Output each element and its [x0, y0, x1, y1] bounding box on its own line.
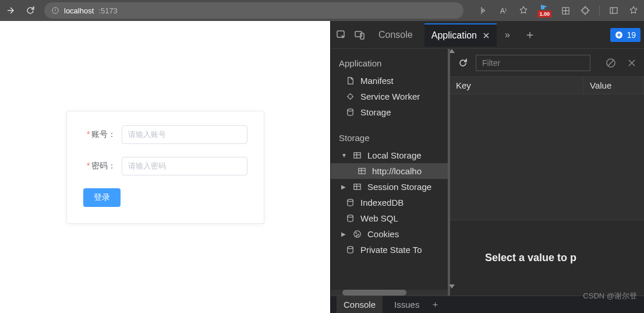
browser-toolbar: localhost:5173 A⁾ 1.00: [0, 0, 644, 21]
sidebar-item-cookies[interactable]: ▶Cookies: [331, 226, 448, 242]
svg-point-9: [348, 109, 353, 111]
chevron-down-icon[interactable]: ▼: [341, 152, 347, 159]
svg-text:A⁾: A⁾: [500, 7, 507, 15]
watermark-text: CSDN @谢尔登: [583, 291, 637, 301]
password-label: *密码：: [83, 161, 116, 171]
svg-point-15: [354, 231, 360, 237]
svg-rect-6: [360, 33, 364, 39]
sync-icon[interactable]: [478, 5, 490, 16]
svg-point-13: [348, 199, 353, 202]
login-card: *账号： *密码： 登录: [66, 111, 264, 224]
sidebar-item-websql[interactable]: Web SQL: [331, 210, 448, 226]
drawer-tab-issues[interactable]: Issues: [394, 300, 419, 310]
svg-point-16: [356, 233, 357, 234]
svg-point-14: [348, 215, 353, 217]
tab-application[interactable]: Application: [424, 23, 497, 47]
more-tabs-chevron-icon[interactable]: »: [501, 30, 514, 40]
storage-content-panel: Key Value Select a value to p: [450, 49, 644, 296]
sidebar-item-local-storage[interactable]: ▼Local Storage: [331, 147, 448, 163]
inspect-element-icon[interactable]: [334, 28, 348, 42]
chevron-right-icon[interactable]: ▶: [341, 184, 347, 190]
refresh-storage-icon[interactable]: [456, 56, 470, 70]
column-value[interactable]: Value: [584, 77, 644, 94]
sidebar-section-storage: Storage: [331, 131, 448, 147]
url-port: :5173: [98, 6, 118, 15]
splitter-collapse-down-icon[interactable]: [449, 284, 455, 289]
drawer-tab-console[interactable]: Console: [337, 296, 383, 313]
storage-preview-pane: Select a value to p: [450, 220, 644, 296]
issues-badge[interactable]: 19: [610, 28, 641, 42]
read-aloud-icon[interactable]: A⁾: [498, 5, 509, 16]
sidebar-item-service-workers[interactable]: Service Worker: [331, 89, 448, 104]
sidebar-section-application: Application: [331, 56, 448, 73]
flag-badge-icon[interactable]: 1.00: [537, 4, 551, 17]
svg-rect-10: [354, 153, 360, 158]
sidebar-scrollbar-horizontal[interactable]: [331, 290, 448, 296]
svg-point-18: [356, 235, 358, 236]
extensions-puzzle-icon[interactable]: [579, 5, 591, 16]
delete-selected-icon[interactable]: [625, 57, 638, 69]
account-input[interactable]: [122, 125, 247, 144]
extension-grid-icon[interactable]: [560, 5, 571, 16]
favorite-star-icon[interactable]: [518, 5, 529, 16]
column-key[interactable]: Key: [450, 77, 584, 94]
sidebar-item-indexeddb[interactable]: IndexedDB: [331, 195, 448, 210]
page-viewport: *账号： *密码： 登录: [0, 21, 330, 313]
badge-value: 1.00: [537, 10, 551, 17]
login-button[interactable]: 登录: [83, 188, 121, 207]
svg-point-8: [348, 94, 353, 99]
filter-input[interactable]: [476, 55, 590, 71]
toolbar-divider: [599, 5, 600, 16]
sidebar-item-session-storage[interactable]: ▶Session Storage: [331, 179, 448, 195]
svg-rect-3: [610, 8, 617, 13]
svg-point-17: [358, 234, 359, 235]
clear-all-icon[interactable]: [604, 57, 617, 69]
sidebar-item-storage-overview[interactable]: Storage: [331, 104, 448, 120]
device-toggle-icon[interactable]: [353, 28, 367, 42]
chevron-right-icon[interactable]: ▶: [341, 231, 347, 237]
drawer-add-tab-icon[interactable]: ＋: [431, 299, 440, 310]
collections-icon[interactable]: [628, 5, 639, 16]
tab-console[interactable]: Console: [371, 23, 420, 47]
svg-rect-12: [354, 184, 360, 189]
application-sidebar[interactable]: Application Manifest Service Worker Stor…: [331, 49, 450, 296]
password-input[interactable]: [122, 157, 247, 175]
refresh-button[interactable]: [24, 5, 36, 16]
address-bar[interactable]: localhost:5173: [44, 2, 463, 19]
sidebar-item-local-storage-origin[interactable]: http://localho: [331, 163, 448, 179]
sidebar-panel-icon[interactable]: [608, 5, 620, 16]
storage-table-header: Key Value: [450, 77, 644, 94]
svg-point-19: [348, 247, 353, 249]
storage-toolbar: [450, 49, 644, 77]
sidebar-item-private-state-tokens[interactable]: Private State To: [331, 242, 448, 258]
sidebar-item-manifest[interactable]: Manifest: [331, 73, 448, 89]
add-tab-icon[interactable]: ＋: [518, 27, 542, 43]
devtools-panel: Console Application » ＋ 19 Application M…: [330, 21, 644, 313]
svg-rect-11: [359, 168, 365, 174]
forward-button[interactable]: [5, 5, 16, 16]
account-label: *账号：: [83, 129, 116, 140]
devtools-tabstrip: Console Application » ＋ 19: [331, 21, 644, 49]
url-host: localhost: [64, 6, 94, 15]
close-icon[interactable]: [483, 32, 490, 39]
storage-table-body[interactable]: [450, 94, 644, 220]
